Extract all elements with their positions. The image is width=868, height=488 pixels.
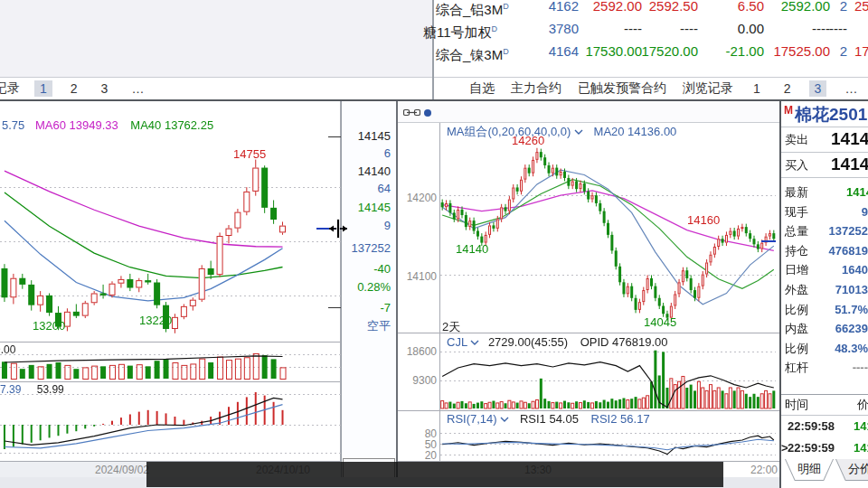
y-axis-label: 14100 bbox=[398, 270, 437, 283]
watchlist-tab-已触发预警合约[interactable]: 已触发预警合约 bbox=[578, 80, 666, 97]
stat-label: 总量 bbox=[785, 221, 808, 241]
rsi-indicator-selector[interactable]: RSI(7,14) bbox=[447, 412, 497, 426]
ladder-value: 0.28% bbox=[357, 280, 391, 294]
watchlist-cell: 2592.00 bbox=[781, 0, 830, 15]
stat-value: 48.3% bbox=[835, 339, 868, 359]
ma40-value: MA40 13762.25 bbox=[130, 118, 213, 132]
watchlist-tabs: 自选主力合约已触发预警合约浏览记录 bbox=[461, 80, 741, 97]
daily-volume-chart[interactable] bbox=[0, 343, 341, 380]
tab-price-distribution[interactable]: 分价 bbox=[835, 459, 868, 481]
instrument-name: 综合_镍3MD bbox=[436, 42, 509, 64]
ladder-value: 9 bbox=[384, 219, 391, 232]
tab-detail[interactable]: 明细 bbox=[785, 459, 834, 481]
watchlist-cell: 17525.00 bbox=[773, 42, 830, 61]
quote-ladder: 1414561414064141459137252-400.28%-7空平 bbox=[341, 101, 396, 488]
tape-header: 时间 价格 bbox=[781, 394, 868, 416]
sell-row[interactable]: 卖出 14145 bbox=[781, 127, 868, 153]
stat-label: 持仓 bbox=[785, 241, 808, 261]
watchlist-cell: 3780 bbox=[549, 20, 579, 38]
ladder-value: -7 bbox=[380, 301, 391, 314]
ma60-value: MA60 13949.33 bbox=[35, 118, 118, 132]
link-icon[interactable] bbox=[403, 108, 420, 117]
stat-row-总量: 总量137252 bbox=[781, 221, 868, 241]
sidebar-title: M 棉花2501 bbox=[781, 101, 868, 127]
watchlist-page-tabs: 123… bbox=[741, 80, 868, 97]
ladder-value[interactable]: 6 bbox=[384, 146, 391, 160]
daily-candle-chart[interactable] bbox=[0, 101, 341, 342]
watchlist-tab-浏览记录[interactable]: 浏览记录 bbox=[683, 80, 733, 97]
watchlist-cell: ---- bbox=[812, 20, 830, 38]
stat-value: 66239 bbox=[835, 319, 868, 339]
watchlist-cell: 6.50 bbox=[738, 0, 764, 15]
stat-label: 比例 bbox=[785, 300, 808, 320]
watchlist-row[interactable]: 综合_镍3MD416417530.0017520.00-21.0017525.0… bbox=[434, 42, 868, 61]
main-contract-badge: M bbox=[784, 104, 793, 117]
axis-tick bbox=[328, 307, 341, 308]
tape-price: 14145 bbox=[854, 416, 868, 436]
watchlist-cell: 2592.00 bbox=[593, 0, 642, 15]
ma20-value: 5.75 bbox=[2, 118, 24, 132]
chevron-down-icon[interactable] bbox=[500, 417, 509, 423]
intraday-high-label: 14260 bbox=[512, 134, 544, 147]
stat-label: 最新 bbox=[785, 183, 808, 202]
intraday-titlebar bbox=[398, 101, 779, 123]
macd-fast-value: 7.39 bbox=[0, 383, 21, 396]
stat-value: 137252 bbox=[829, 221, 868, 241]
page-tab-2[interactable]: 2 bbox=[65, 80, 83, 97]
page-tab-1[interactable]: 1 bbox=[34, 80, 52, 97]
page-tab-…[interactable]: … bbox=[839, 80, 863, 97]
buy-row[interactable]: 买入 14140 bbox=[781, 152, 868, 178]
intraday-dip-label: 14140 bbox=[456, 242, 488, 256]
cjl-value: 2729.00(45:55) bbox=[488, 335, 568, 349]
left-pagination-bar: 浏览记录 123… bbox=[0, 77, 432, 99]
sidebar-contract-name: 棉花2501 bbox=[795, 103, 867, 127]
ladder-value[interactable]: 14140 bbox=[358, 164, 391, 178]
tape-time-header: 时间 bbox=[785, 395, 808, 415]
stat-row-比例: 比例48.3% bbox=[781, 339, 868, 359]
watchlist-row[interactable]: 糖11号加权D3780--------0.00-------- bbox=[434, 20, 868, 38]
page-tab-…[interactable]: … bbox=[126, 80, 149, 97]
vol-axis-label: 18600 bbox=[398, 345, 437, 358]
watchlist-tab-主力合约[interactable]: 主力合约 bbox=[511, 80, 561, 97]
intraday-rebound-label: 14160 bbox=[687, 213, 720, 227]
watchlist-cell: 2592.50 bbox=[649, 0, 698, 15]
watchlist-tab-自选[interactable]: 自选 bbox=[469, 80, 495, 97]
page-tab-3[interactable]: 3 bbox=[809, 80, 827, 97]
watchlist-panel: 综合_铝3MD41622592.002592.506.502592.002259… bbox=[434, 0, 868, 99]
watchlist-cell-clipped: 17525.00 bbox=[854, 42, 868, 61]
stat-row-最新: 最新14145 bbox=[781, 183, 868, 202]
stat-row-现手: 现手9 bbox=[781, 202, 868, 222]
page-tab-3[interactable]: 3 bbox=[96, 80, 114, 97]
intraday-indicator-header: MA组合(0,20,60,40,0,0) MA20 14136.00 bbox=[447, 124, 676, 140]
page-tab-2[interactable]: 2 bbox=[778, 80, 797, 97]
watchlist-cell: 4162 bbox=[549, 0, 579, 15]
macd-slow-value: 53.99 bbox=[37, 383, 64, 396]
range-selector[interactable]: 2天 bbox=[442, 319, 460, 335]
ladder-value: 14145 bbox=[358, 201, 391, 214]
ma-combo-selector[interactable]: MA组合(0,20,60,40,0,0) bbox=[447, 125, 571, 138]
page-tab-1[interactable]: 1 bbox=[748, 80, 766, 97]
chevron-down-icon[interactable] bbox=[470, 340, 479, 346]
watchlist-cell-clipped: 2592.00 bbox=[854, 0, 868, 15]
tape-tabs: 明细 分价 bbox=[781, 457, 868, 484]
browse-history-tab[interactable]: 浏览记录 bbox=[0, 80, 20, 97]
ladder-value[interactable]: 64 bbox=[378, 182, 391, 195]
stat-row-持仓: 持仓476819 bbox=[781, 241, 868, 261]
volume-indicator-selector[interactable]: CJL bbox=[447, 335, 467, 349]
watchlist-cell: ---- bbox=[624, 20, 642, 38]
stat-value: 71013 bbox=[835, 280, 868, 300]
stat-label: 日增 bbox=[785, 260, 808, 280]
intraday-candle-chart[interactable] bbox=[440, 122, 776, 333]
watchlist-row[interactable]: 综合_铝3MD41622592.002592.506.502592.002259… bbox=[434, 0, 868, 15]
stat-value: 1640 bbox=[842, 260, 868, 280]
ladder-value: -40 bbox=[373, 262, 391, 276]
stat-row-日增: 日增1640 bbox=[781, 260, 868, 280]
tape-time: 22:59:58 bbox=[788, 416, 835, 436]
ladder-value[interactable]: 14145 bbox=[358, 129, 391, 143]
watchlist-cell: ---- bbox=[680, 20, 698, 38]
daily-macd-header: 7.39 53.99 bbox=[0, 383, 64, 396]
date-label: 2024/09/02 bbox=[90, 464, 154, 476]
watchlist-tab-bar: 自选主力合约已触发预警合约浏览记录 123… bbox=[434, 77, 868, 99]
stat-value: ---- bbox=[853, 358, 868, 378]
chevron-down-icon[interactable] bbox=[574, 129, 583, 136]
